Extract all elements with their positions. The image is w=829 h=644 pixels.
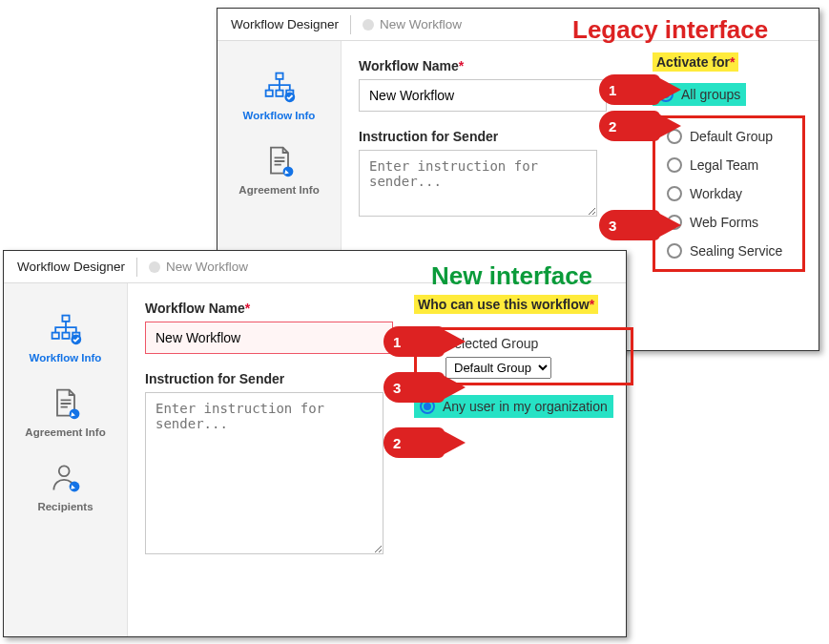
header-divider <box>136 258 137 277</box>
svg-rect-8 <box>62 333 69 339</box>
callout-2: 2 <box>383 427 445 458</box>
header-title: Workflow Designer <box>17 260 125 274</box>
svg-point-11 <box>69 408 79 419</box>
radio-label: Default Group <box>690 129 773 144</box>
legacy-banner: Legacy interface <box>572 15 768 45</box>
radio-icon <box>667 157 682 173</box>
new-panel: Workflow Designer New Workflow Workflow … <box>3 250 627 637</box>
workflow-info-icon <box>49 312 83 346</box>
agreement-info-icon <box>49 386 83 421</box>
agreement-info-icon <box>262 144 297 178</box>
new-banner: New interface <box>431 261 592 291</box>
callout-1: 1 <box>599 74 660 105</box>
instruction-textarea[interactable] <box>359 150 597 217</box>
svg-point-12 <box>58 466 69 476</box>
radio-group-option[interactable]: Sealing Service <box>661 237 797 265</box>
svg-rect-0 <box>276 73 282 79</box>
radio-icon <box>667 186 682 201</box>
callout-3: 3 <box>383 372 445 403</box>
status-dot-icon <box>149 261 160 273</box>
radio-group-option[interactable]: Web Forms <box>661 208 797 237</box>
radio-group-option[interactable]: Legal Team <box>661 151 797 179</box>
radio-label: Sealing Service <box>690 243 782 259</box>
status-dot-icon <box>363 19 374 31</box>
svg-point-5 <box>282 166 293 177</box>
svg-rect-7 <box>52 333 58 339</box>
svg-rect-1 <box>265 91 272 96</box>
header-subtitle: New Workflow <box>380 17 462 31</box>
sidebar-item-agreement-info[interactable]: Agreement Info <box>4 373 127 447</box>
radio-label: Any user in my organization <box>443 399 608 414</box>
sidebar-item-label: Workflow Info <box>243 110 316 121</box>
who-can-label: Who can use this workflow* <box>414 295 598 314</box>
workflow-name-input[interactable] <box>145 322 393 354</box>
radio-label: Web Forms <box>690 215 758 230</box>
radio-icon <box>667 243 682 259</box>
header-divider <box>350 15 351 34</box>
sidebar-item-label: Agreement Info <box>238 184 319 196</box>
sidebar: Workflow Info Agreement Info Recipients <box>4 283 128 636</box>
callout-1: 1 <box>383 326 445 357</box>
callout-2: 2 <box>599 111 660 141</box>
svg-point-13 <box>69 482 79 492</box>
main-content: Workflow Name* Instruction for Sender Wh… <box>128 283 626 636</box>
radio-label: Workday <box>690 186 742 201</box>
instruction-textarea[interactable] <box>145 392 383 554</box>
svg-rect-2 <box>276 91 282 96</box>
recipients-icon <box>49 461 83 495</box>
callout-3: 3 <box>599 210 660 240</box>
sidebar-item-workflow-info[interactable]: Workflow Info <box>4 299 127 373</box>
sidebar-item-label: Workflow Info <box>30 352 102 364</box>
workflow-info-icon <box>262 70 297 104</box>
radio-label: All groups <box>681 87 740 102</box>
radio-group-option[interactable]: Default Group <box>661 122 797 151</box>
radio-group-option[interactable]: Workday <box>661 179 797 208</box>
header-subtitle: New Workflow <box>166 260 248 274</box>
sidebar-item-workflow-info[interactable]: Workflow Info <box>218 56 341 131</box>
activate-for-label: Activate for* <box>653 52 738 72</box>
header-title: Workflow Designer <box>231 17 339 31</box>
svg-rect-6 <box>62 316 69 322</box>
sidebar-item-label: Agreement Info <box>25 426 105 438</box>
sidebar-item-agreement-info[interactable]: Agreement Info <box>218 131 341 205</box>
workflow-name-input[interactable] <box>359 79 607 112</box>
radio-label: Legal Team <box>690 157 758 173</box>
sidebar-item-label: Recipients <box>37 501 93 512</box>
sidebar-item-recipients[interactable]: Recipients <box>4 447 127 522</box>
